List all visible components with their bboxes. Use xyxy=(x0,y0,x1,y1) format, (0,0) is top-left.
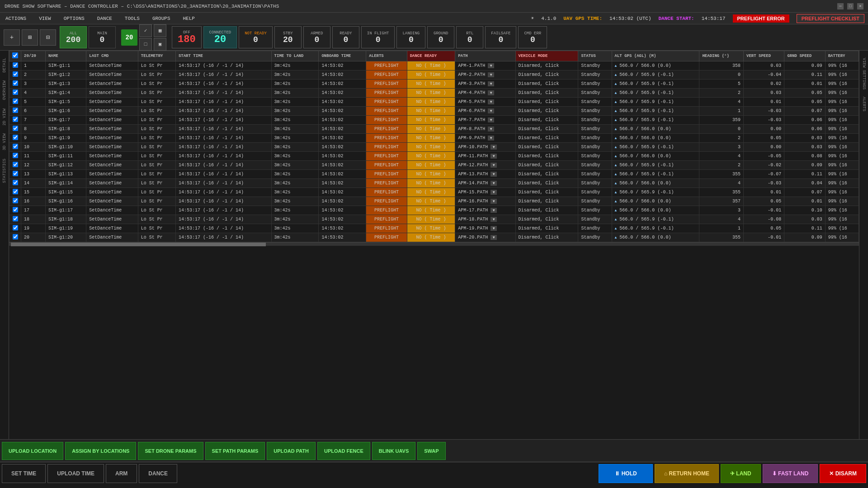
row-path[interactable]: APM-3.PATH ▼ xyxy=(455,80,515,89)
table-row[interactable]: 11 SIM-g1:11 SetDanceTime Lo St Pr 14:53… xyxy=(9,152,859,161)
sidebar-tab-alerts[interactable]: ALERTS xyxy=(861,93,867,115)
row-checkbox[interactable] xyxy=(13,144,18,149)
upload-fence-btn[interactable]: UPLOAD FENCE xyxy=(317,442,370,460)
row-checkbox-cell[interactable] xyxy=(9,197,21,206)
row-path[interactable]: APM-18.PATH ▼ xyxy=(455,215,515,224)
table-row[interactable]: 3 SIM-g1:3 SetDanceTime Lo St Pr 14:53:1… xyxy=(9,80,859,89)
path-dropdown-btn[interactable]: ▼ xyxy=(491,154,497,159)
menu-groups[interactable]: GROUPS xyxy=(151,15,172,22)
row-path[interactable]: APM-16.PATH ▼ xyxy=(455,197,515,206)
table-row[interactable]: 18 SIM-g1:18 SetDanceTime Lo St Pr 14:53… xyxy=(9,215,859,224)
stat-off[interactable]: OFF 180 xyxy=(172,26,202,48)
path-dropdown-btn[interactable]: ▼ xyxy=(491,226,497,231)
path-dropdown-btn[interactable]: ▼ xyxy=(491,235,497,240)
disarm-btn[interactable]: ✕ DISARM xyxy=(820,464,866,483)
stat-in-flight[interactable]: IN FLIGHT 0 xyxy=(361,26,395,48)
set-drone-params-btn[interactable]: SET DRONE PARAMS xyxy=(138,442,203,460)
row-checkbox-cell[interactable] xyxy=(9,206,21,215)
table-row[interactable]: 4 SIM-g1:4 SetDanceTime Lo St Pr 14:53:1… xyxy=(9,89,859,98)
preflight-error-button[interactable]: PREFLIGHT ERROR xyxy=(733,14,789,23)
row-path[interactable]: APM-2.PATH ▼ xyxy=(455,70,515,80)
row-checkbox-cell[interactable] xyxy=(9,134,21,143)
table-row[interactable]: 8 SIM-g1:8 SetDanceTime Lo St Pr 14:53:1… xyxy=(9,125,859,134)
sidebar-tab-3d[interactable]: 3D VIEW xyxy=(1,130,8,154)
table-row[interactable]: 7 SIM-g1:7 SetDanceTime Lo St Pr 14:53:1… xyxy=(9,116,859,125)
stat-stby[interactable]: STBY 20 xyxy=(274,26,302,48)
col-last-cmd[interactable]: LAST CMD xyxy=(86,51,138,61)
stat-landing[interactable]: LANDING 0 xyxy=(396,26,425,48)
row-checkbox-cell[interactable] xyxy=(9,80,21,89)
col-vert-speed[interactable]: VERT SPEED xyxy=(744,51,784,61)
col-battery[interactable]: BATTERY xyxy=(825,51,859,61)
row-path[interactable]: APM-4.PATH ▼ xyxy=(455,89,515,98)
row-checkbox[interactable] xyxy=(13,135,18,140)
stat-main[interactable]: MAIN 0 xyxy=(89,26,116,48)
table-row[interactable]: 13 SIM-g1:13 SetDanceTime Lo St Pr 14:53… xyxy=(9,170,859,179)
table-row[interactable]: 19 SIM-g1:19 SetDanceTime Lo St Pr 14:53… xyxy=(9,224,859,233)
path-dropdown-btn[interactable]: ▼ xyxy=(488,117,494,122)
row-checkbox-cell[interactable] xyxy=(9,161,21,170)
row-checkbox[interactable] xyxy=(13,207,18,212)
path-dropdown-btn[interactable]: ▼ xyxy=(491,199,497,204)
table-row[interactable]: 16 SIM-g1:16 SetDanceTime Lo St Pr 14:53… xyxy=(9,197,859,206)
row-checkbox-cell[interactable] xyxy=(9,233,21,242)
select-btn[interactable]: ▦ xyxy=(154,24,166,37)
scroll-thumb[interactable] xyxy=(11,243,266,246)
col-start-time[interactable]: START TIME xyxy=(175,51,271,61)
hold-btn[interactable]: ⏸ HOLD xyxy=(599,464,653,483)
row-checkbox[interactable] xyxy=(13,162,18,167)
col-path[interactable]: PATH xyxy=(455,51,515,61)
uncheck-all-btn[interactable]: □ xyxy=(139,38,152,51)
table-row[interactable]: 20 SIM-g1:20 SetDanceTime Lo St Pr 14:53… xyxy=(9,233,859,242)
col-alt[interactable]: ALT GPS (AGL) (M) xyxy=(612,51,699,61)
arm-btn[interactable]: ARM xyxy=(106,464,137,483)
table-row[interactable]: 2 SIM-g1:2 SetDanceTime Lo St Pr 14:53:1… xyxy=(9,70,859,80)
sidebar-tab-detail[interactable]: DETAIL xyxy=(1,54,8,76)
row-path[interactable]: APM-1.PATH ▼ xyxy=(455,61,515,70)
row-path[interactable]: APM-9.PATH ▼ xyxy=(455,134,515,143)
layout-btn[interactable]: ⊟ xyxy=(40,29,56,46)
row-path[interactable]: APM-19.PATH ▼ xyxy=(455,224,515,233)
drone-table-wrapper[interactable]: 20/20 NAME LAST CMD TELEMETRY START TIME… xyxy=(9,51,859,439)
menu-tools[interactable]: TOOLS xyxy=(123,15,142,22)
row-checkbox-cell[interactable] xyxy=(9,107,21,116)
row-path[interactable]: APM-15.PATH ▼ xyxy=(455,188,515,197)
table-row[interactable]: 1 SIM-g1:1 SetDanceTime Lo St Pr 14:53:1… xyxy=(9,61,859,70)
maximize-btn[interactable]: □ xyxy=(847,3,854,9)
stat-all[interactable]: ALL 200 xyxy=(60,26,87,48)
row-checkbox[interactable] xyxy=(13,171,18,176)
row-checkbox-cell[interactable] xyxy=(9,61,21,70)
row-checkbox-cell[interactable] xyxy=(9,143,21,152)
col-vehicle-mode[interactable]: VEHICLE MODE xyxy=(515,51,578,61)
col-heading[interactable]: HEADING (°) xyxy=(699,51,744,61)
row-path[interactable]: APM-10.PATH ▼ xyxy=(455,143,515,152)
fast-land-btn[interactable]: ⬇ FAST LAND xyxy=(763,464,818,483)
path-dropdown-btn[interactable]: ▼ xyxy=(488,72,494,77)
row-checkbox[interactable] xyxy=(13,126,18,131)
row-checkbox[interactable] xyxy=(13,99,18,104)
stat-rtl[interactable]: RTL 0 xyxy=(456,26,483,48)
row-checkbox-cell[interactable] xyxy=(9,98,21,107)
row-checkbox[interactable] xyxy=(13,153,18,158)
row-checkbox[interactable] xyxy=(13,225,18,230)
row-path[interactable]: APM-8.PATH ▼ xyxy=(455,125,515,134)
table-row[interactable]: 5 SIM-g1:5 SetDanceTime Lo St Pr 14:53:1… xyxy=(9,98,859,107)
row-checkbox[interactable] xyxy=(13,198,18,203)
menu-help[interactable]: HELP xyxy=(181,15,196,22)
upload-time-btn[interactable]: UPLOAD TIME xyxy=(47,464,104,483)
col-grnd-speed[interactable]: GRND SPEED xyxy=(784,51,825,61)
row-path[interactable]: APM-11.PATH ▼ xyxy=(455,152,515,161)
path-dropdown-btn[interactable]: ▼ xyxy=(488,63,494,68)
path-dropdown-btn[interactable]: ▼ xyxy=(491,181,497,186)
path-dropdown-btn[interactable]: ▼ xyxy=(488,108,494,113)
sidebar-tab-overview[interactable]: OVERVIEW xyxy=(1,77,8,103)
row-path[interactable]: APM-17.PATH ▼ xyxy=(455,206,515,215)
row-checkbox-cell[interactable] xyxy=(9,152,21,161)
row-checkbox-cell[interactable] xyxy=(9,224,21,233)
stat-cmd-err[interactable]: CMD ERR 0 xyxy=(518,26,547,48)
path-dropdown-btn[interactable]: ▼ xyxy=(488,81,494,86)
col-name[interactable]: NAME xyxy=(45,51,86,61)
table-row[interactable]: 17 SIM-g1:17 SetDanceTime Lo St Pr 14:53… xyxy=(9,206,859,215)
row-checkbox[interactable] xyxy=(13,62,18,68)
add-drone-btn[interactable]: + xyxy=(4,29,20,46)
